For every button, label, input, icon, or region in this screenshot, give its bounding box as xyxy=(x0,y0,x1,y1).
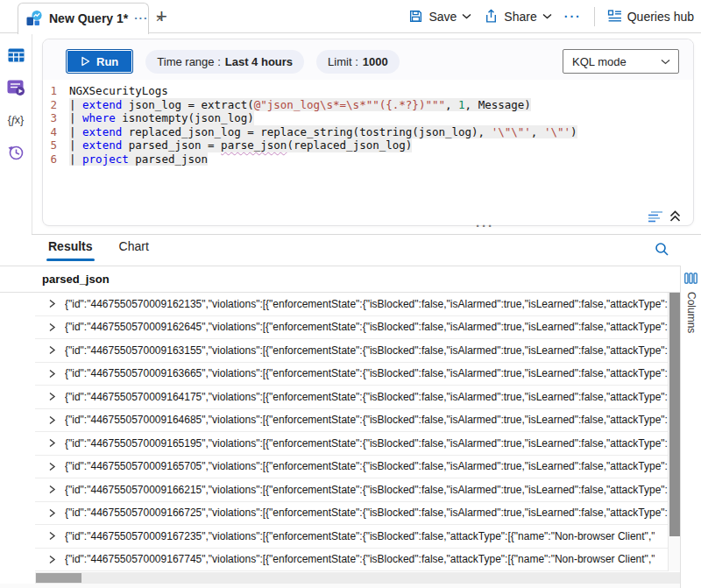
bottom-strip xyxy=(0,584,680,588)
tab-results[interactable]: Results xyxy=(48,239,93,261)
expand-row-icon[interactable] xyxy=(48,415,56,425)
horizontal-scrollbar[interactable] xyxy=(35,572,680,584)
tab-chart[interactable]: Chart xyxy=(119,239,149,261)
vertical-scrollbar[interactable] xyxy=(668,293,680,571)
format-query-icon[interactable] xyxy=(648,210,663,223)
code-line[interactable]: 4| extend replaced_json_log = replace_st… xyxy=(43,125,693,139)
vertical-scrollbar-thumb[interactable] xyxy=(669,293,680,536)
limit-picker[interactable]: Limit : 1000 xyxy=(316,50,400,74)
history-icon[interactable] xyxy=(6,143,25,162)
save-icon xyxy=(408,9,423,24)
row-json-text: {"id":"4467550570009165195","violations"… xyxy=(65,437,668,450)
columns-panel-label: Columns xyxy=(685,292,697,333)
time-range-picker[interactable]: Time range : Last 4 hours xyxy=(145,50,304,74)
code-line[interactable]: 2| extend json_log = extract(@"json_log\… xyxy=(43,98,693,112)
line-number: 1 xyxy=(43,84,69,98)
expand-row-icon[interactable] xyxy=(48,462,56,471)
table-row[interactable]: {"id":"4467550570009166215","violations"… xyxy=(35,478,668,502)
grid-rows: {"id":"4467550570009162135","violations"… xyxy=(35,293,668,571)
queries-hub-icon xyxy=(607,9,622,24)
table-row[interactable]: {"id":"4467550570009164685","violations"… xyxy=(35,409,668,433)
limit-label: Limit : xyxy=(328,55,358,68)
pane-splitter-handle[interactable]: ··· xyxy=(476,218,494,233)
queries-icon[interactable] xyxy=(6,78,25,97)
expand-row-icon[interactable] xyxy=(48,322,56,332)
grid-column-header[interactable]: parsed_json xyxy=(0,266,680,293)
table-row[interactable]: {"id":"4467550570009162645","violations"… xyxy=(35,316,668,340)
search-icon[interactable] xyxy=(655,242,669,257)
table-row[interactable]: {"id":"4467550570009165195","violations"… xyxy=(35,432,668,456)
left-rail: {fx} xyxy=(0,33,32,234)
expand-row-icon[interactable] xyxy=(48,438,56,448)
divider xyxy=(594,7,595,26)
table-row[interactable]: {"id":"4467550570009167745","violations"… xyxy=(35,549,668,572)
table-row[interactable]: {"id":"4467550570009165705","violations"… xyxy=(35,456,668,479)
columns-panel[interactable]: Columns xyxy=(680,266,701,588)
time-range-label: Time range : xyxy=(157,55,221,68)
table-row[interactable]: {"id":"4467550570009164175","violations"… xyxy=(35,386,668,409)
table-row[interactable]: {"id":"4467550570009163155","violations"… xyxy=(35,339,668,363)
results-tabs: Results Chart xyxy=(48,239,149,261)
code-editor[interactable]: 1NGXSecurityLogs2| extend json_log = ext… xyxy=(43,80,693,204)
functions-icon[interactable]: {fx} xyxy=(6,110,25,130)
row-json-text: {"id":"4467550570009163665","violations"… xyxy=(65,367,668,379)
code-lines: 1NGXSecurityLogs2| extend json_log = ext… xyxy=(43,84,693,166)
tab-close-icon[interactable]: ✕ xyxy=(155,12,164,25)
kql-mode-value: KQL mode xyxy=(572,55,627,68)
line-number: 2 xyxy=(43,98,69,112)
row-json-text: {"id":"4467550570009166215","violations"… xyxy=(65,484,668,496)
row-json-text: {"id":"4467550570009163155","violations"… xyxy=(65,344,668,357)
save-button[interactable]: Save xyxy=(408,9,471,24)
chevron-down-icon xyxy=(661,59,670,65)
query-tab[interactable]: New Query 1* ··· ✕ xyxy=(18,3,149,34)
code-line[interactable]: 3| where isnotempty(json_log) xyxy=(43,111,693,125)
expand-row-icon[interactable] xyxy=(48,555,56,564)
app-window: New Query 1* ··· ✕ + Save Share xyxy=(0,0,701,588)
divider xyxy=(32,234,701,235)
kql-mode-dropdown[interactable]: KQL mode xyxy=(563,49,679,74)
code-line[interactable]: 5| extend parsed_json = parse_json(repla… xyxy=(43,138,693,152)
expand-row-icon[interactable] xyxy=(48,392,56,401)
collapse-editor-icon[interactable] xyxy=(669,210,681,223)
code-line-text: | extend parsed_json = parse_json(replac… xyxy=(69,138,412,152)
queries-hub-label: Queries hub xyxy=(627,10,694,24)
queries-hub-button[interactable]: Queries hub xyxy=(607,9,694,24)
query-panel: Run Time range : Last 4 hours Limit : 10… xyxy=(42,39,694,226)
code-line-text: | extend replaced_json_log = replace_str… xyxy=(69,125,577,139)
more-actions-button[interactable]: ··· xyxy=(564,10,582,24)
expand-row-icon[interactable] xyxy=(48,531,56,541)
tables-icon[interactable] xyxy=(6,46,25,65)
row-json-text: {"id":"4467550570009164685","violations"… xyxy=(65,414,668,426)
row-json-text: {"id":"4467550570009166725","violations"… xyxy=(65,507,668,519)
share-icon xyxy=(484,9,499,24)
adx-logo-icon xyxy=(25,10,43,27)
code-line-text: | where isnotempty(json_log) xyxy=(69,111,254,125)
results-pane: Results Chart parsed_json {"id":"4467550… xyxy=(0,234,701,588)
table-row[interactable]: {"id":"4467550570009166725","violations"… xyxy=(35,502,668,526)
horizontal-scrollbar-thumb[interactable] xyxy=(36,573,81,583)
column-header-label: parsed_json xyxy=(42,273,110,286)
save-label: Save xyxy=(428,10,457,24)
table-row[interactable]: {"id":"4467550570009162135","violations"… xyxy=(35,293,668,316)
expand-row-icon[interactable] xyxy=(48,485,56,494)
limit-value: 1000 xyxy=(363,55,388,68)
expand-row-icon[interactable] xyxy=(48,508,56,518)
top-bar: New Query 1* ··· ✕ + Save Share xyxy=(0,0,701,33)
code-line[interactable]: 1NGXSecurityLogs xyxy=(43,84,693,98)
time-range-value: Last 4 hours xyxy=(225,55,293,68)
share-label: Share xyxy=(504,10,536,24)
code-line[interactable]: 6| project parsed_json xyxy=(43,152,693,166)
run-button[interactable]: Run xyxy=(66,49,133,74)
line-number: 5 xyxy=(43,138,69,152)
row-json-text: {"id":"4467550570009162135","violations"… xyxy=(65,298,668,310)
expand-row-icon[interactable] xyxy=(48,299,56,308)
expand-row-icon[interactable] xyxy=(48,369,56,379)
table-row[interactable]: {"id":"4467550570009163665","violations"… xyxy=(35,363,668,386)
row-json-text: {"id":"4467550570009162645","violations"… xyxy=(65,321,668,333)
expand-row-icon[interactable] xyxy=(48,345,56,355)
columns-icon xyxy=(684,273,697,284)
share-button[interactable]: Share xyxy=(484,9,551,24)
row-json-text: {"id":"4467550570009164175","violations"… xyxy=(65,391,668,403)
table-row[interactable]: {"id":"4467550570009167235","violations"… xyxy=(35,525,668,549)
tab-more-icon[interactable]: ··· xyxy=(134,11,148,25)
